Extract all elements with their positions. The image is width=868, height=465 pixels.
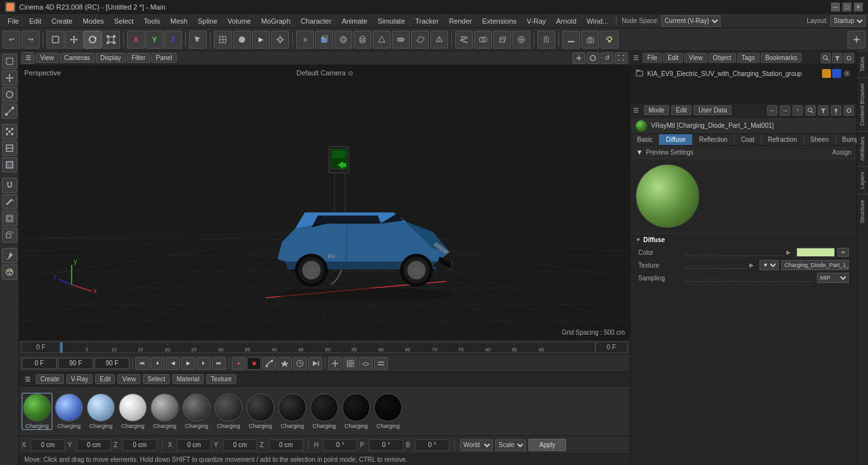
attr-filter-btn[interactable] bbox=[818, 105, 828, 116]
attr-fwd-btn[interactable]: → bbox=[780, 105, 790, 116]
menu-tools[interactable]: Tools bbox=[138, 16, 165, 26]
vp-display[interactable]: Display bbox=[96, 53, 126, 63]
viewport[interactable]: Perspective Default Camera ⊙ bbox=[19, 65, 630, 340]
minimize-button[interactable]: — bbox=[831, 3, 840, 11]
tab-refraction[interactable]: Refraction bbox=[761, 134, 804, 145]
mat-edit[interactable]: Edit bbox=[95, 374, 115, 384]
vp-view[interactable]: View bbox=[36, 53, 59, 63]
coord-b-input[interactable] bbox=[415, 439, 449, 451]
vp-ctrl-1[interactable] bbox=[572, 52, 585, 64]
attr-pin-btn[interactable] bbox=[831, 105, 841, 116]
node-space-select[interactable]: Current (V-Ray) bbox=[661, 15, 721, 27]
obj-settings-btn[interactable] bbox=[844, 53, 854, 63]
left-extrude-btn[interactable] bbox=[2, 227, 17, 243]
subdivision-btn[interactable] bbox=[513, 31, 530, 49]
preview-collapse-icon[interactable]: ▼ bbox=[636, 148, 643, 156]
play-reverse-btn[interactable]: ◀ bbox=[166, 357, 180, 370]
total-frame-input[interactable] bbox=[94, 358, 130, 369]
coord-h-input[interactable] bbox=[323, 439, 357, 451]
goto-start-btn[interactable]: ⏮ bbox=[135, 357, 149, 370]
object-row-main[interactable]: KIA_EV9_Electric_SUV_with_Charging_Stati… bbox=[633, 68, 854, 79]
attr-up-btn[interactable]: ↑ bbox=[793, 105, 803, 116]
axis-x[interactable]: X bbox=[127, 31, 145, 49]
parallel-snap-btn[interactable] bbox=[374, 357, 388, 370]
mode-model[interactable] bbox=[47, 31, 64, 49]
menu-extensions[interactable]: Extensions bbox=[477, 16, 521, 26]
left-points-btn[interactable] bbox=[2, 124, 17, 139]
vp-panel[interactable]: Panel bbox=[151, 53, 177, 63]
record-obj-btn[interactable]: ◉ bbox=[247, 357, 261, 370]
snap-frame-btn[interactable] bbox=[328, 357, 342, 370]
vp-filter[interactable]: Filter bbox=[127, 53, 150, 63]
left-edges-btn[interactable] bbox=[2, 141, 17, 156]
material-item-0[interactable]: Charging bbox=[22, 393, 52, 430]
menu-volume[interactable]: Volume bbox=[223, 16, 257, 26]
left-select-btn[interactable] bbox=[2, 54, 17, 69]
vtab-content-browser[interactable]: Content Browser bbox=[857, 77, 868, 131]
menu-edit[interactable]: Edit bbox=[24, 16, 47, 26]
nurbs-sphere[interactable] bbox=[334, 31, 352, 49]
material-item-11[interactable]: Charging bbox=[373, 393, 403, 429]
coord-z-input[interactable] bbox=[123, 439, 157, 451]
color-arrow[interactable]: ▶ bbox=[786, 249, 794, 255]
left-magnet-btn[interactable] bbox=[2, 178, 17, 193]
material-item-7[interactable]: Charging bbox=[245, 393, 276, 429]
coord-space-select[interactable]: World Object bbox=[460, 439, 493, 451]
end-frame-input[interactable] bbox=[58, 358, 93, 369]
nurbs-platonic[interactable] bbox=[430, 31, 448, 49]
tab-basic[interactable]: Basic bbox=[631, 134, 659, 145]
window-controls[interactable]: — □ ✕ bbox=[831, 3, 863, 11]
mat-menu-toggle[interactable]: ☰ bbox=[22, 374, 33, 385]
left-poly-btn[interactable] bbox=[2, 157, 17, 172]
nurbs-cube[interactable] bbox=[315, 31, 333, 49]
autokey-btn[interactable] bbox=[278, 357, 292, 370]
snap-btn[interactable] bbox=[848, 31, 865, 49]
layout-select[interactable]: Startup bbox=[830, 15, 865, 27]
obj-filter-btn[interactable] bbox=[832, 53, 842, 63]
nurbs-cone[interactable] bbox=[373, 31, 391, 49]
attr-mode[interactable]: Mode bbox=[644, 105, 669, 115]
axis-y[interactable]: Y bbox=[146, 31, 163, 49]
obj-menu-object[interactable]: Object bbox=[708, 53, 736, 63]
obj-menu-tags[interactable]: Tags bbox=[737, 53, 760, 63]
mat-view[interactable]: View bbox=[117, 374, 140, 384]
record-btn[interactable]: ● bbox=[232, 357, 246, 370]
camera-btn[interactable] bbox=[581, 31, 599, 49]
tab-reflection[interactable]: Reflection bbox=[692, 134, 734, 145]
apply-button[interactable]: Apply bbox=[528, 439, 566, 451]
attr-user-data[interactable]: User Data bbox=[694, 105, 731, 115]
tab-diffuse[interactable]: Diffuse bbox=[659, 134, 692, 145]
coord-p-input[interactable] bbox=[369, 439, 403, 451]
grid-snap-btn[interactable] bbox=[343, 357, 357, 370]
material-item-1[interactable]: Charging bbox=[54, 393, 84, 429]
material-item-6[interactable]: Charging bbox=[213, 393, 244, 429]
motion-path-btn[interactable] bbox=[262, 357, 276, 370]
menu-character[interactable]: Character bbox=[296, 16, 336, 26]
render-shaded[interactable] bbox=[233, 31, 251, 49]
menu-file[interactable]: File bbox=[3, 16, 24, 26]
tab-coat[interactable]: Coat bbox=[735, 134, 761, 145]
material-item-4[interactable]: Charging bbox=[149, 393, 180, 429]
vp-ctrl-3[interactable]: ↺ bbox=[601, 52, 613, 64]
menu-arnold[interactable]: Arnold bbox=[551, 16, 581, 26]
diffuse-arrow-icon[interactable]: ▼ bbox=[636, 237, 641, 243]
menu-mesh[interactable]: Mesh bbox=[165, 16, 193, 26]
attr-search-btn[interactable] bbox=[805, 105, 816, 116]
left-paint-btn[interactable] bbox=[2, 248, 17, 263]
mat-material[interactable]: Material bbox=[172, 374, 204, 384]
left-move-btn[interactable] bbox=[2, 70, 17, 86]
goto-end-btn[interactable]: ⏭ bbox=[212, 357, 226, 370]
mat-create[interactable]: Create bbox=[36, 374, 64, 384]
menu-wind[interactable]: Wind... bbox=[581, 16, 613, 26]
nurbs-cylinder[interactable] bbox=[354, 31, 371, 49]
viewport-menu-toggle[interactable]: ☰ bbox=[22, 52, 34, 64]
timeline-ruler[interactable]: 0 5 10 15 20 25 30 35 40 45 50 55 60 65 bbox=[60, 342, 595, 353]
coord-x-input[interactable] bbox=[31, 439, 65, 451]
obj-menu-file[interactable]: File bbox=[643, 53, 662, 63]
axis-z[interactable]: Z bbox=[164, 31, 182, 49]
workplane-btn[interactable] bbox=[359, 357, 373, 370]
start-frame-input[interactable] bbox=[22, 358, 57, 369]
floor-btn[interactable] bbox=[562, 31, 580, 49]
preview-btn[interactable] bbox=[308, 357, 322, 370]
coord-scale-select[interactable]: Scale bbox=[495, 439, 526, 451]
